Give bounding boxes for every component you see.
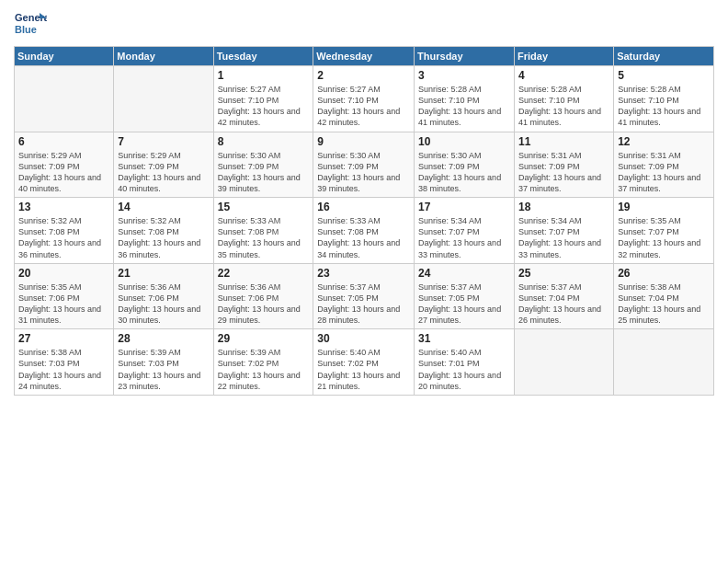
- calendar-week-row: 6Sunrise: 5:29 AMSunset: 7:09 PMDaylight…: [15, 132, 714, 198]
- weekday-header-monday: Monday: [114, 47, 213, 66]
- calendar-cell: 21Sunrise: 5:36 AMSunset: 7:06 PMDayligh…: [114, 263, 213, 329]
- day-info: Sunrise: 5:34 AMSunset: 7:07 PMDaylight:…: [518, 215, 609, 260]
- day-info: Sunrise: 5:36 AMSunset: 7:06 PMDaylight:…: [118, 282, 209, 327]
- day-number: 5: [618, 69, 710, 82]
- day-number: 19: [618, 201, 710, 213]
- day-number: 2: [317, 69, 410, 82]
- page: General Blue SundayMondayTuesdayWednesda…: [0, 0, 728, 563]
- calendar-cell: 3Sunrise: 5:28 AMSunset: 7:10 PMDaylight…: [415, 66, 515, 132]
- day-info: Sunrise: 5:29 AMSunset: 7:09 PMDaylight:…: [18, 150, 109, 195]
- day-number: 3: [418, 69, 510, 82]
- day-info: Sunrise: 5:31 AMSunset: 7:09 PMDaylight:…: [618, 150, 710, 195]
- calendar-cell: 30Sunrise: 5:40 AMSunset: 7:02 PMDayligh…: [313, 329, 415, 396]
- weekday-header-friday: Friday: [515, 47, 614, 66]
- day-number: 11: [518, 135, 609, 148]
- day-info: Sunrise: 5:27 AMSunset: 7:10 PMDaylight:…: [218, 84, 310, 129]
- day-number: 4: [518, 69, 609, 82]
- day-number: 1: [218, 69, 310, 82]
- calendar-cell: 15Sunrise: 5:33 AMSunset: 7:08 PMDayligh…: [213, 198, 313, 264]
- calendar-cell: 25Sunrise: 5:37 AMSunset: 7:04 PMDayligh…: [515, 263, 614, 329]
- day-info: Sunrise: 5:31 AMSunset: 7:09 PMDaylight:…: [518, 150, 609, 195]
- calendar-week-row: 1Sunrise: 5:27 AMSunset: 7:10 PMDaylight…: [15, 66, 714, 132]
- day-number: 22: [218, 267, 310, 280]
- calendar-cell: 4Sunrise: 5:28 AMSunset: 7:10 PMDaylight…: [515, 66, 614, 132]
- day-info: Sunrise: 5:39 AMSunset: 7:02 PMDaylight:…: [218, 347, 310, 392]
- calendar-week-row: 20Sunrise: 5:35 AMSunset: 7:06 PMDayligh…: [15, 263, 714, 329]
- calendar-cell: 29Sunrise: 5:39 AMSunset: 7:02 PMDayligh…: [213, 329, 313, 396]
- calendar-cell: 9Sunrise: 5:30 AMSunset: 7:09 PMDaylight…: [313, 132, 415, 198]
- calendar-cell: 17Sunrise: 5:34 AMSunset: 7:07 PMDayligh…: [415, 198, 515, 264]
- calendar-cell: 12Sunrise: 5:31 AMSunset: 7:09 PMDayligh…: [614, 132, 714, 198]
- calendar-cell: 11Sunrise: 5:31 AMSunset: 7:09 PMDayligh…: [515, 132, 614, 198]
- calendar-cell: [614, 329, 714, 396]
- day-info: Sunrise: 5:33 AMSunset: 7:08 PMDaylight:…: [317, 215, 410, 260]
- day-number: 25: [518, 267, 609, 280]
- day-number: 15: [218, 201, 310, 213]
- logo: General Blue: [14, 9, 47, 39]
- weekday-header-tuesday: Tuesday: [213, 47, 313, 66]
- calendar-cell: 14Sunrise: 5:32 AMSunset: 7:08 PMDayligh…: [114, 198, 213, 264]
- day-info: Sunrise: 5:38 AMSunset: 7:04 PMDaylight:…: [618, 282, 710, 327]
- day-info: Sunrise: 5:39 AMSunset: 7:03 PMDaylight:…: [118, 347, 209, 392]
- calendar-cell: 6Sunrise: 5:29 AMSunset: 7:09 PMDaylight…: [15, 132, 114, 198]
- day-info: Sunrise: 5:27 AMSunset: 7:10 PMDaylight:…: [317, 84, 410, 129]
- day-info: Sunrise: 5:40 AMSunset: 7:01 PMDaylight:…: [418, 347, 510, 392]
- day-number: 7: [118, 135, 209, 148]
- calendar-cell: 31Sunrise: 5:40 AMSunset: 7:01 PMDayligh…: [415, 329, 515, 396]
- day-number: 9: [317, 135, 410, 148]
- day-info: Sunrise: 5:30 AMSunset: 7:09 PMDaylight:…: [418, 150, 510, 195]
- calendar-cell: [15, 66, 114, 132]
- calendar-cell: 2Sunrise: 5:27 AMSunset: 7:10 PMDaylight…: [313, 66, 415, 132]
- day-info: Sunrise: 5:37 AMSunset: 7:04 PMDaylight:…: [518, 282, 609, 327]
- day-info: Sunrise: 5:35 AMSunset: 7:06 PMDaylight:…: [18, 282, 109, 327]
- day-number: 26: [618, 267, 710, 280]
- day-number: 23: [317, 267, 410, 280]
- day-info: Sunrise: 5:30 AMSunset: 7:09 PMDaylight:…: [317, 150, 410, 195]
- day-info: Sunrise: 5:28 AMSunset: 7:10 PMDaylight:…: [418, 84, 510, 129]
- calendar-cell: 7Sunrise: 5:29 AMSunset: 7:09 PMDaylight…: [114, 132, 213, 198]
- weekday-header-row: SundayMondayTuesdayWednesdayThursdayFrid…: [15, 47, 714, 66]
- calendar-cell: [114, 66, 213, 132]
- calendar-cell: 27Sunrise: 5:38 AMSunset: 7:03 PMDayligh…: [15, 329, 114, 396]
- day-number: 6: [18, 135, 109, 148]
- calendar-cell: 18Sunrise: 5:34 AMSunset: 7:07 PMDayligh…: [515, 198, 614, 264]
- day-number: 16: [317, 201, 410, 213]
- calendar-cell: 26Sunrise: 5:38 AMSunset: 7:04 PMDayligh…: [614, 263, 714, 329]
- header: General Blue: [14, 9, 714, 39]
- calendar-cell: 8Sunrise: 5:30 AMSunset: 7:09 PMDaylight…: [213, 132, 313, 198]
- day-info: Sunrise: 5:40 AMSunset: 7:02 PMDaylight:…: [317, 347, 410, 392]
- day-number: 29: [218, 332, 310, 345]
- calendar-cell: 16Sunrise: 5:33 AMSunset: 7:08 PMDayligh…: [313, 198, 415, 264]
- day-number: 8: [218, 135, 310, 148]
- day-number: 17: [418, 201, 510, 213]
- logo-icon: General Blue: [14, 9, 47, 39]
- day-info: Sunrise: 5:33 AMSunset: 7:08 PMDaylight:…: [218, 215, 310, 260]
- day-number: 27: [18, 332, 109, 345]
- day-info: Sunrise: 5:37 AMSunset: 7:05 PMDaylight:…: [418, 282, 510, 327]
- calendar-cell: 23Sunrise: 5:37 AMSunset: 7:05 PMDayligh…: [313, 263, 415, 329]
- calendar-cell: 19Sunrise: 5:35 AMSunset: 7:07 PMDayligh…: [614, 198, 714, 264]
- weekday-header-thursday: Thursday: [415, 47, 515, 66]
- day-number: 14: [118, 201, 209, 213]
- day-info: Sunrise: 5:37 AMSunset: 7:05 PMDaylight:…: [317, 282, 410, 327]
- day-info: Sunrise: 5:28 AMSunset: 7:10 PMDaylight:…: [518, 84, 609, 129]
- day-info: Sunrise: 5:36 AMSunset: 7:06 PMDaylight:…: [218, 282, 310, 327]
- day-number: 13: [18, 201, 109, 213]
- day-info: Sunrise: 5:28 AMSunset: 7:10 PMDaylight:…: [618, 84, 710, 129]
- day-number: 12: [618, 135, 710, 148]
- calendar-cell: [515, 329, 614, 396]
- calendar-cell: 28Sunrise: 5:39 AMSunset: 7:03 PMDayligh…: [114, 329, 213, 396]
- weekday-header-sunday: Sunday: [15, 47, 114, 66]
- weekday-header-wednesday: Wednesday: [313, 47, 415, 66]
- calendar-cell: 5Sunrise: 5:28 AMSunset: 7:10 PMDaylight…: [614, 66, 714, 132]
- day-info: Sunrise: 5:38 AMSunset: 7:03 PMDaylight:…: [18, 347, 109, 392]
- weekday-header-saturday: Saturday: [614, 47, 714, 66]
- calendar-cell: 1Sunrise: 5:27 AMSunset: 7:10 PMDaylight…: [213, 66, 313, 132]
- day-number: 21: [118, 267, 209, 280]
- calendar-week-row: 27Sunrise: 5:38 AMSunset: 7:03 PMDayligh…: [15, 329, 714, 396]
- day-info: Sunrise: 5:32 AMSunset: 7:08 PMDaylight:…: [18, 215, 109, 260]
- day-info: Sunrise: 5:29 AMSunset: 7:09 PMDaylight:…: [118, 150, 209, 195]
- day-info: Sunrise: 5:30 AMSunset: 7:09 PMDaylight:…: [218, 150, 310, 195]
- day-info: Sunrise: 5:34 AMSunset: 7:07 PMDaylight:…: [418, 215, 510, 260]
- day-info: Sunrise: 5:35 AMSunset: 7:07 PMDaylight:…: [618, 215, 710, 260]
